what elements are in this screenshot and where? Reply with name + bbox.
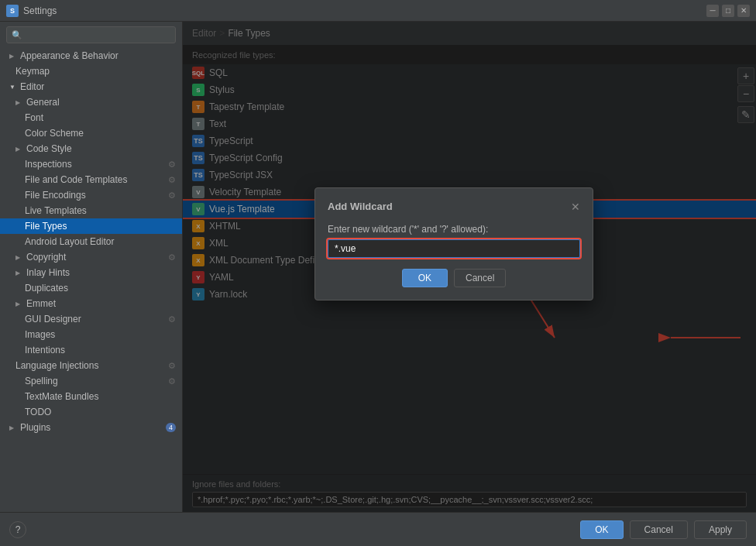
sidebar-item-android-layout-editor[interactable]: Android Layout Editor — [0, 234, 182, 249]
sidebar-item-live-templates[interactable]: Live Templates — [0, 203, 182, 218]
inspections-icon: ⚙ — [168, 160, 176, 170]
expand-icon: ▶ — [15, 99, 23, 106]
sidebar-item-label: Intentions — [25, 345, 65, 355]
footer-ok-button[interactable]: OK — [580, 520, 623, 539]
sidebar-item-code-style[interactable]: ▶ Code Style — [0, 141, 182, 156]
expand-icon: ▶ — [15, 270, 23, 276]
dialog-ok-button[interactable]: OK — [402, 269, 448, 287]
sidebar-item-label: Language Injections — [15, 360, 98, 371]
sidebar: 🔍 ▶ Appearance & Behavior Keymap ▼ Edito… — [0, 22, 183, 512]
sidebar-item-label: File Types — [25, 221, 67, 232]
sidebar-item-language-injections[interactable]: Language Injections ⚙ — [0, 358, 182, 373]
sidebar-item-label: Appearance & Behavior — [20, 50, 119, 61]
sidebar-item-spelling[interactable]: Spelling ⚙ — [0, 373, 182, 389]
sidebar-item-inlay-hints[interactable]: ▶ Inlay Hints — [0, 265, 182, 280]
search-icon: 🔍 — [12, 30, 22, 40]
search-input[interactable] — [26, 29, 170, 40]
sidebar-item-intentions[interactable]: Intentions — [0, 342, 182, 358]
window-controls: ─ □ ✕ — [706, 5, 750, 17]
sidebar-item-duplicates[interactable]: Duplicates — [0, 280, 182, 296]
content-area: Editor > File Types Recognized file type… — [183, 22, 756, 512]
window-title: Settings — [23, 5, 57, 16]
lang-icon: ⚙ — [168, 361, 176, 371]
sidebar-item-color-scheme[interactable]: Color Scheme — [0, 125, 182, 141]
add-wildcard-dialog: Add Wildcard ✕ Enter new wildcard ('*' a… — [314, 187, 593, 300]
expand-icon: ▶ — [15, 146, 23, 153]
footer-cancel-button[interactable]: Cancel — [630, 520, 688, 539]
footer: ? OK Cancel Apply — [0, 512, 756, 546]
gui-icon: ⚙ — [168, 314, 176, 325]
expand-icon: ▶ — [9, 424, 17, 431]
templates-icon: ⚙ — [168, 175, 176, 185]
sidebar-item-label: Images — [25, 329, 55, 340]
search-box[interactable]: 🔍 — [6, 26, 176, 43]
expand-icon: ▶ — [9, 53, 17, 60]
sidebar-item-images[interactable]: Images — [0, 327, 182, 342]
sidebar-item-file-encodings[interactable]: File Encodings ⚙ — [0, 187, 182, 203]
dialog-overlay: Add Wildcard ✕ Enter new wildcard ('*' a… — [183, 22, 756, 512]
footer-apply-button[interactable]: Apply — [694, 520, 747, 539]
copyright-icon: ⚙ — [168, 252, 176, 263]
sidebar-item-file-types[interactable]: File Types — [0, 218, 182, 234]
sidebar-item-label: TODO — [25, 407, 51, 417]
wildcard-input[interactable] — [328, 239, 580, 258]
sidebar-item-label: General — [26, 97, 60, 108]
sidebar-item-label: Code Style — [26, 143, 72, 154]
sidebar-item-todo[interactable]: TODO — [0, 404, 182, 420]
sidebar-item-label: Font — [25, 112, 43, 123]
dialog-buttons: OK Cancel — [328, 269, 580, 287]
dialog-close-button[interactable]: ✕ — [571, 201, 580, 213]
sidebar-item-label: Inlay Hints — [26, 267, 70, 278]
sidebar-item-label: Duplicates — [25, 283, 68, 294]
sidebar-item-font[interactable]: Font — [0, 110, 182, 125]
title-bar: S Settings ─ □ ✕ — [0, 0, 756, 22]
sidebar-item-label: Spelling — [25, 376, 58, 386]
sidebar-item-file-code-templates[interactable]: File and Code Templates ⚙ — [0, 172, 182, 187]
sidebar-item-label: Copyright — [26, 252, 66, 263]
sidebar-item-general[interactable]: ▶ General — [0, 94, 182, 110]
expand-icon: ▶ — [15, 254, 23, 261]
dialog-title-bar: Add Wildcard ✕ — [328, 201, 580, 213]
sidebar-item-label: TextMate Bundles — [25, 391, 98, 402]
dialog-cancel-button[interactable]: Cancel — [454, 269, 506, 287]
sidebar-item-gui-designer[interactable]: GUI Designer ⚙ — [0, 311, 182, 327]
sidebar-item-label: Inspections — [25, 159, 72, 170]
sidebar-item-label: Android Layout Editor — [25, 236, 114, 247]
encodings-icon: ⚙ — [168, 191, 176, 201]
dialog-input-label: Enter new wildcard ('*' and '?' allowed)… — [328, 224, 580, 235]
sidebar-item-label: Editor — [20, 81, 44, 92]
sidebar-item-label: Live Templates — [25, 205, 87, 216]
sidebar-item-appearance[interactable]: ▶ Appearance & Behavior — [0, 48, 182, 64]
expand-icon: ▶ — [15, 300, 23, 307]
sidebar-item-label: Keymap — [15, 66, 50, 77]
app-icon: S — [6, 5, 19, 17]
dialog-body: Enter new wildcard ('*' and '?' allowed)… — [328, 224, 580, 258]
maximize-button[interactable]: □ — [722, 5, 734, 17]
minimize-button[interactable]: ─ — [706, 5, 719, 17]
sidebar-item-inspections[interactable]: Inspections ⚙ — [0, 156, 182, 172]
sidebar-item-keymap[interactable]: Keymap — [0, 64, 182, 79]
sidebar-item-label: Plugins — [20, 422, 50, 433]
sidebar-item-textmate-bundles[interactable]: TextMate Bundles — [0, 389, 182, 404]
plugins-badge: 4 — [166, 423, 176, 432]
expand-icon: ▼ — [9, 84, 17, 91]
help-button[interactable]: ? — [9, 521, 26, 538]
close-button[interactable]: ✕ — [737, 5, 750, 17]
sidebar-item-label: File Encodings — [25, 190, 86, 201]
sidebar-item-plugins[interactable]: ▶ Plugins 4 — [0, 420, 182, 435]
dialog-title: Add Wildcard — [328, 201, 393, 212]
sidebar-item-emmet[interactable]: ▶ Emmet — [0, 296, 182, 311]
sidebar-item-label: Emmet — [26, 298, 56, 309]
sidebar-item-editor[interactable]: ▼ Editor — [0, 79, 182, 94]
sidebar-item-label: Color Scheme — [25, 128, 84, 139]
sidebar-item-copyright[interactable]: ▶ Copyright ⚙ — [0, 249, 182, 265]
sidebar-item-label: GUI Designer — [25, 314, 81, 325]
spelling-icon: ⚙ — [168, 376, 176, 386]
sidebar-item-label: File and Code Templates — [25, 174, 128, 185]
